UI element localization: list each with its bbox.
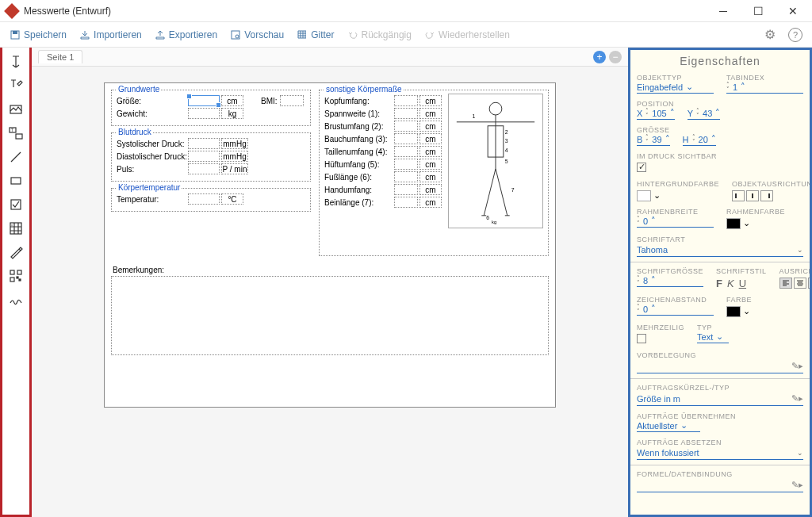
save-button[interactable]: Speichern [10, 29, 67, 40]
edit-icon[interactable]: ✎▸ [791, 393, 803, 404]
tool-signature[interactable] [5, 289, 27, 311]
input-spann[interactable] [394, 108, 418, 119]
svg-text:5: 5 [505, 159, 508, 164]
svg-text:1: 1 [473, 113, 476, 119]
checkbox-druck[interactable] [637, 163, 646, 172]
input-bmi[interactable] [280, 95, 304, 106]
minimize-button[interactable]: ─ [710, 5, 736, 17]
svg-text:3: 3 [505, 138, 508, 144]
value-auftraege-uebernehmen[interactable]: Aktuellster⌄ [637, 420, 700, 432]
swatch-rahmenfarbe[interactable] [726, 218, 741, 229]
tab-page-1[interactable]: Seite 1 [38, 50, 82, 63]
input-bauch[interactable] [394, 133, 418, 144]
value-rahmenbreite[interactable]: ˄˅0˄ [637, 216, 714, 228]
swatch-hintergrund[interactable] [637, 190, 651, 201]
value-schriftart[interactable]: Tahoma⌄ [637, 245, 803, 257]
value-typ[interactable]: Text⌄ [697, 331, 729, 343]
input-temp[interactable] [188, 193, 220, 205]
label-zeichenabstand: ZEICHENABSTAND [637, 296, 714, 304]
svg-text:6: 6 [486, 215, 489, 220]
tool-pen[interactable] [5, 241, 27, 263]
underline-button[interactable]: U [739, 278, 746, 289]
input-kopf[interactable] [394, 95, 418, 106]
tool-image[interactable] [5, 98, 27, 121]
input-bein[interactable] [394, 197, 418, 208]
checkbox-mehrzeilig[interactable] [637, 334, 646, 343]
edit-icon[interactable]: ✎▸ [791, 361, 803, 371]
import-icon [79, 29, 90, 40]
value-h[interactable]: H˄˅20˄ [683, 134, 716, 146]
form-page[interactable]: Grundwerte Größe: cm BMI: [104, 82, 556, 408]
svg-rect-1 [13, 31, 17, 34]
grid-icon [297, 29, 308, 40]
tool-rectangle[interactable] [5, 170, 27, 192]
window-title: Messwerte (Entwurf) [24, 6, 710, 17]
align-right-button[interactable] [760, 190, 773, 201]
swatch-farbe[interactable] [726, 306, 741, 317]
input-sys[interactable] [188, 138, 220, 149]
tool-line[interactable] [5, 146, 27, 168]
align-left-button[interactable] [732, 190, 745, 201]
undo-button[interactable]: Rückgängig [347, 29, 412, 40]
fieldset-grundwerte[interactable]: Grundwerte Größe: cm BMI: [111, 90, 311, 126]
tool-text-edit[interactable] [5, 75, 27, 97]
value-schriftgroesse[interactable]: ˄˅8˄ [637, 275, 703, 287]
value-auftraege-absetzen[interactable]: Wenn fokussiert⌄ [637, 448, 803, 460]
settings-button[interactable]: ⚙ [764, 27, 776, 42]
label-gewicht: Gewicht: [117, 109, 188, 118]
tool-qrcode[interactable] [5, 265, 27, 287]
export-button[interactable]: Exportieren [155, 29, 217, 40]
align-center-button[interactable] [746, 190, 759, 201]
tool-textbox[interactable]: T [5, 122, 27, 144]
text-align-right-button[interactable] [808, 278, 812, 289]
tool-text-cursor[interactable] [5, 51, 27, 73]
input-taille[interactable] [394, 146, 418, 157]
input-fuss[interactable] [394, 171, 418, 182]
value-tabindex[interactable]: ˄˅1˄ [726, 82, 803, 94]
label-groesse: Größe: [117, 97, 188, 105]
tool-checkbox[interactable] [5, 193, 27, 216]
input-puls[interactable] [188, 163, 220, 174]
input-dia[interactable] [188, 151, 220, 162]
edit-icon[interactable]: ✎▸ [791, 480, 803, 490]
value-y[interactable]: Y˄˅43˄ [688, 108, 721, 120]
text-align-left-button[interactable] [779, 278, 792, 289]
help-button[interactable]: ? [788, 28, 802, 42]
fieldset-koerpermasse[interactable]: sonstige Körpermaße Kopfumfang:cm Spannw… [319, 90, 549, 256]
input-groesse[interactable] [188, 95, 220, 106]
value-objekttyp[interactable]: Eingabefeld⌄ [637, 82, 714, 94]
label-rahmenfarbe: RAHMENFARBE [726, 208, 803, 216]
value-zeichenabstand[interactable]: ˄˅0˄ [637, 304, 714, 316]
input-brust[interactable] [394, 121, 418, 132]
text-align-center-button[interactable] [794, 278, 806, 289]
value-b[interactable]: B˄˅39˄ [637, 134, 670, 146]
input-gewicht[interactable] [188, 108, 220, 119]
unit-groesse: cm [221, 95, 243, 106]
redo-button[interactable]: Wiederherstellen [424, 29, 510, 40]
fieldset-blutdruck[interactable]: Blutdruck Systolischer Druck:mmHg Diasto… [111, 132, 311, 182]
italic-button[interactable]: K [727, 278, 734, 289]
maximize-button[interactable]: ☐ [745, 5, 771, 17]
label-kopf: Kopfumfang: [324, 97, 394, 105]
fieldset-temperatur[interactable]: Körpertemperatur Temperatur:°C [111, 188, 311, 212]
value-x[interactable]: X˄˅105˄ [637, 108, 675, 120]
import-button[interactable]: Importieren [79, 29, 142, 40]
textarea-bemerkungen[interactable] [111, 276, 549, 355]
input-hand[interactable] [394, 184, 418, 195]
label-schriftgroesse: SCHRIFTGRÖSSE [637, 267, 703, 275]
toolbox: T x [0, 48, 32, 517]
bold-button[interactable]: F [716, 278, 722, 289]
preview-button[interactable]: Vorschau [230, 29, 284, 40]
close-button[interactable]: ✕ [780, 5, 806, 17]
value-vorbelegung[interactable]: ✎▸ [637, 361, 803, 373]
label-farbe: FARBE [726, 296, 803, 304]
value-formel[interactable]: ✎▸ [637, 480, 803, 492]
label-druck: IM DRUCK SICHTBAR [637, 152, 803, 160]
legend-blutdruck: Blutdruck [117, 128, 153, 136]
tool-table[interactable]: x [5, 217, 27, 239]
input-hueft[interactable] [394, 159, 418, 170]
value-auftragskuerzel[interactable]: Größe in m✎▸ [637, 393, 803, 406]
add-page-button[interactable]: + [593, 51, 606, 63]
grid-button[interactable]: Gitter [297, 29, 334, 40]
remove-page-button[interactable]: − [609, 51, 622, 63]
